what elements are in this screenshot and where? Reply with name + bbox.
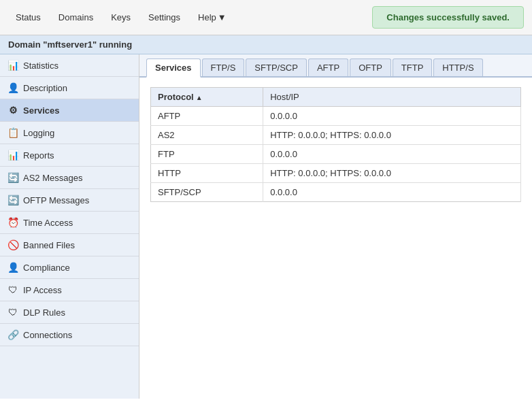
tab-https[interactable]: HTTP/S bbox=[433, 59, 482, 76]
sidebar-label-dlp-rules: DLP Rules bbox=[23, 307, 65, 318]
sidebar-label-time-access: Time Access bbox=[23, 218, 73, 228]
sidebar-item-description[interactable]: 👤 Description bbox=[0, 77, 139, 99]
cell-hostip: HTTP: 0.0.0.0; HTTPS: 0.0.0.0 bbox=[263, 126, 521, 145]
content-area: ServicesFTP/SSFTP/SCPAFTPOFTPTFTPHTTP/S … bbox=[139, 54, 532, 399]
statistics-icon: 📊 bbox=[7, 60, 19, 71]
help-label: Help bbox=[198, 12, 216, 22]
tab-oftp[interactable]: OFTP bbox=[350, 59, 391, 76]
description-icon: 👤 bbox=[7, 82, 19, 93]
nav-help[interactable]: Help ▼ bbox=[190, 8, 234, 27]
table-header: Protocol▲Host/IP bbox=[151, 88, 521, 107]
sidebar-item-time-access[interactable]: ⏰ Time Access bbox=[0, 212, 139, 234]
logging-icon: 📋 bbox=[7, 127, 19, 138]
ip-access-icon: 🛡 bbox=[7, 284, 19, 295]
sidebar-label-logging: Logging bbox=[23, 128, 54, 138]
reports-icon: 📊 bbox=[7, 150, 19, 161]
cell-protocol: SFTP/SCP bbox=[151, 183, 263, 202]
sidebar-item-services[interactable]: ⚙ Services bbox=[0, 99, 139, 122]
services-table: Protocol▲Host/IP AFTP0.0.0.0AS2HTTP: 0.0… bbox=[150, 87, 521, 202]
col-header-protocol[interactable]: Protocol▲ bbox=[151, 88, 263, 107]
sidebar-label-compliance: Compliance bbox=[23, 263, 70, 273]
table-body: AFTP0.0.0.0AS2HTTP: 0.0.0.0; HTTPS: 0.0.… bbox=[151, 107, 521, 202]
sidebar-item-compliance[interactable]: 👤 Compliance bbox=[0, 256, 139, 279]
domain-bar: Domain "mftserver1" running bbox=[0, 35, 532, 54]
oftp-messages-icon: 🔄 bbox=[7, 195, 19, 205]
table-container: Protocol▲Host/IP AFTP0.0.0.0AS2HTTP: 0.0… bbox=[139, 78, 532, 399]
compliance-icon: 👤 bbox=[7, 262, 19, 273]
sidebar-item-ip-access[interactable]: 🛡 IP Access bbox=[0, 279, 139, 301]
sidebar-item-as2-messages[interactable]: 🔄 AS2 Messages bbox=[0, 167, 139, 189]
sidebar-label-connections: Connections bbox=[23, 330, 72, 340]
nav-settings[interactable]: Settings bbox=[141, 8, 188, 27]
time-access-icon: ⏰ bbox=[7, 217, 19, 228]
sidebar-item-banned-files[interactable]: 🚫 Banned Files bbox=[0, 234, 139, 256]
services-icon: ⚙ bbox=[7, 105, 19, 116]
top-nav: Status Domains Keys Settings Help ▼ Chan… bbox=[0, 0, 532, 35]
col-header-hostip[interactable]: Host/IP bbox=[263, 88, 521, 107]
nav-domains[interactable]: Domains bbox=[51, 8, 101, 27]
table-row: SFTP/SCP0.0.0.0 bbox=[151, 183, 521, 202]
sidebar-label-as2-messages: AS2 Messages bbox=[23, 173, 82, 183]
table-row: AFTP0.0.0.0 bbox=[151, 107, 521, 126]
sidebar-label-services: Services bbox=[23, 105, 60, 116]
table-row: HTTPHTTP: 0.0.0.0; HTTPS: 0.0.0.0 bbox=[151, 164, 521, 183]
sort-arrow-protocol: ▲ bbox=[196, 94, 203, 101]
tab-tftp[interactable]: TFTP bbox=[393, 59, 433, 76]
tab-services[interactable]: Services bbox=[146, 59, 201, 78]
main-layout: 📊 Statistics 👤 Description ⚙ Services 📋 … bbox=[0, 54, 532, 399]
sidebar-item-statistics[interactable]: 📊 Statistics bbox=[0, 54, 139, 77]
sidebar-label-description: Description bbox=[23, 83, 67, 93]
cell-protocol: AS2 bbox=[151, 126, 263, 145]
cell-hostip: HTTP: 0.0.0.0; HTTPS: 0.0.0.0 bbox=[263, 164, 521, 183]
nav-status[interactable]: Status bbox=[8, 8, 48, 27]
cell-protocol: HTTP bbox=[151, 164, 263, 183]
nav-links: Status Domains Keys Settings Help ▼ bbox=[8, 8, 234, 27]
cell-protocol: FTP bbox=[151, 145, 263, 164]
sidebar-item-connections[interactable]: 🔗 Connections bbox=[0, 324, 139, 346]
tab-ftps[interactable]: FTP/S bbox=[202, 59, 245, 76]
cell-protocol: AFTP bbox=[151, 107, 263, 126]
tab-sftpscp[interactable]: SFTP/SCP bbox=[246, 59, 307, 76]
sidebar-label-statistics: Statistics bbox=[23, 61, 59, 71]
success-banner: Changes successfully saved. bbox=[372, 6, 524, 29]
help-arrow-icon: ▼ bbox=[218, 12, 227, 22]
nav-keys[interactable]: Keys bbox=[103, 8, 138, 27]
cell-hostip: 0.0.0.0 bbox=[263, 183, 521, 202]
connections-icon: 🔗 bbox=[7, 329, 19, 340]
cell-hostip: 0.0.0.0 bbox=[263, 107, 521, 126]
tabs-bar: ServicesFTP/SSFTP/SCPAFTPOFTPTFTPHTTP/S bbox=[139, 54, 532, 78]
sidebar: 📊 Statistics 👤 Description ⚙ Services 📋 … bbox=[0, 54, 139, 399]
as2-messages-icon: 🔄 bbox=[7, 172, 19, 183]
sidebar-item-oftp-messages[interactable]: 🔄 OFTP Messages bbox=[0, 189, 139, 212]
sidebar-item-dlp-rules[interactable]: 🛡 DLP Rules bbox=[0, 301, 139, 324]
table-row: FTP0.0.0.0 bbox=[151, 145, 521, 164]
sidebar-label-ip-access: IP Access bbox=[23, 285, 62, 295]
sidebar-label-oftp-messages: OFTP Messages bbox=[23, 195, 89, 205]
sidebar-item-reports[interactable]: 📊 Reports bbox=[0, 144, 139, 167]
sidebar-label-reports: Reports bbox=[23, 150, 54, 161]
cell-hostip: 0.0.0.0 bbox=[263, 145, 521, 164]
dlp-rules-icon: 🛡 bbox=[7, 307, 19, 318]
table-row: AS2HTTP: 0.0.0.0; HTTPS: 0.0.0.0 bbox=[151, 126, 521, 145]
sidebar-item-logging[interactable]: 📋 Logging bbox=[0, 122, 139, 144]
tab-aftp[interactable]: AFTP bbox=[308, 59, 348, 76]
banned-files-icon: 🚫 bbox=[7, 239, 19, 250]
sidebar-label-banned-files: Banned Files bbox=[23, 240, 75, 250]
